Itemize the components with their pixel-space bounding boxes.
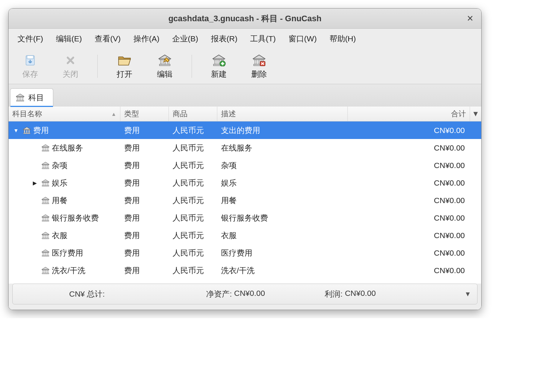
toolbar-edit-label: 编辑 bbox=[157, 69, 173, 79]
account-icon bbox=[41, 249, 50, 257]
col-menu-button[interactable]: ▼ bbox=[470, 107, 481, 121]
account-name-label: 衣服 bbox=[52, 230, 67, 241]
account-name-label: 费用 bbox=[33, 125, 49, 136]
account-icon bbox=[23, 127, 31, 134]
account-row[interactable]: 在线服务费用人民币元在线服务CN¥0.00 bbox=[9, 139, 481, 157]
account-total-cell: CN¥0.00 bbox=[348, 249, 470, 257]
delete-account-icon bbox=[252, 54, 267, 67]
toolbar-open-label: 打开 bbox=[117, 69, 132, 79]
account-total-cell: CN¥0.00 bbox=[348, 161, 470, 170]
account-commodity-cell: 人民币元 bbox=[169, 143, 217, 153]
account-name-label: 洗衣/干洗 bbox=[52, 265, 85, 276]
col-commodity[interactable]: 商品 bbox=[169, 107, 217, 121]
account-commodity-cell: 人民币元 bbox=[169, 248, 217, 258]
account-total-cell: CN¥0.00 bbox=[348, 178, 470, 187]
menu-business[interactable]: 企业(B) bbox=[166, 31, 204, 46]
account-name-cell: ▼费用 bbox=[9, 125, 120, 136]
account-commodity-cell: 人民币元 bbox=[169, 178, 217, 188]
app-window: gcashdata_3.gnucash - 科目 - GnuCash ✕ 文件(… bbox=[8, 8, 482, 310]
account-icon bbox=[41, 197, 50, 204]
titlebar: gcashdata_3.gnucash - 科目 - GnuCash ✕ bbox=[9, 9, 481, 29]
account-total-cell: CN¥0.00 bbox=[348, 231, 470, 240]
account-commodity-cell: 人民币元 bbox=[169, 265, 217, 276]
account-type-cell: 费用 bbox=[120, 248, 169, 258]
account-type-cell: 费用 bbox=[120, 160, 169, 171]
toolbar-edit-button[interactable]: 编辑 bbox=[145, 52, 185, 81]
toolbar-close-label: 关闭 bbox=[63, 69, 78, 79]
toolbar-delete-label: 删除 bbox=[251, 69, 267, 79]
account-row[interactable]: ▼费用费用人民币元支出的费用CN¥0.00 bbox=[9, 121, 481, 139]
account-type-cell: 费用 bbox=[120, 195, 169, 206]
account-name-cell: 杂项 bbox=[9, 160, 120, 171]
menu-reports[interactable]: 报表(R) bbox=[205, 31, 243, 46]
account-icon bbox=[41, 232, 50, 239]
account-row[interactable]: 衣服费用人民币元衣服CN¥0.00 bbox=[9, 227, 481, 244]
toolbar-delete-button[interactable]: 删除 bbox=[239, 52, 279, 81]
account-type-cell: 费用 bbox=[120, 125, 169, 136]
status-dropdown-button[interactable]: ▼ bbox=[458, 290, 477, 298]
status-net-assets: 净资产: CN¥0.00 bbox=[161, 289, 310, 299]
account-icon bbox=[41, 179, 50, 187]
toolbar-save-label: 保存 bbox=[22, 69, 38, 79]
account-desc-cell: 银行服务收费 bbox=[217, 213, 348, 223]
account-total-cell: CN¥0.00 bbox=[348, 126, 470, 135]
menu-file[interactable]: 文件(F) bbox=[12, 31, 49, 46]
folder-open-icon bbox=[117, 54, 132, 67]
account-commodity-cell: 人民币元 bbox=[169, 230, 217, 241]
account-name-cell: 洗衣/干洗 bbox=[9, 265, 120, 276]
account-name-cell: ▶娱乐 bbox=[9, 178, 120, 188]
col-type[interactable]: 类型 bbox=[120, 107, 169, 121]
window-title: gcashdata_3.gnucash - 科目 - GnuCash bbox=[168, 13, 322, 24]
menu-edit[interactable]: 编辑(E) bbox=[50, 31, 88, 46]
account-row[interactable]: 医疗费用费用人民币元医疗费用CN¥0.00 bbox=[9, 244, 481, 262]
expander-open-icon[interactable]: ▼ bbox=[12, 127, 21, 133]
account-row[interactable]: 洗衣/干洗费用人民币元洗衣/干洗CN¥0.00 bbox=[9, 262, 481, 279]
window-close-button[interactable]: ✕ bbox=[465, 13, 475, 24]
account-type-cell: 费用 bbox=[120, 230, 169, 241]
toolbar-new-label: 新建 bbox=[211, 69, 227, 79]
account-icon bbox=[41, 214, 50, 222]
edit-account-icon bbox=[157, 54, 172, 67]
account-name-cell: 在线服务 bbox=[9, 143, 120, 153]
account-type-cell: 费用 bbox=[120, 213, 169, 223]
account-desc-cell: 支出的费用 bbox=[217, 125, 348, 136]
menu-tools[interactable]: 工具(T) bbox=[244, 31, 282, 46]
menu-view[interactable]: 查看(V) bbox=[89, 31, 127, 46]
tree-header: 科目名称 ▲ 类型 商品 描述 合计 ▼ bbox=[9, 107, 481, 121]
menu-actions[interactable]: 操作(A) bbox=[127, 31, 166, 46]
toolbar-separator bbox=[192, 55, 192, 78]
account-icon bbox=[41, 144, 50, 152]
tab-accounts[interactable]: 科目 bbox=[10, 88, 53, 107]
account-row[interactable]: 杂项费用人民币元杂项CN¥0.00 bbox=[9, 157, 481, 174]
account-desc-cell: 洗衣/干洗 bbox=[217, 265, 348, 276]
toolbar-new-button[interactable]: 新建 bbox=[199, 52, 239, 81]
col-total[interactable]: 合计 bbox=[348, 107, 470, 121]
menu-help[interactable]: 帮助(H) bbox=[324, 31, 362, 46]
sort-asc-icon: ▲ bbox=[111, 111, 116, 117]
account-name-label: 银行服务收费 bbox=[52, 213, 99, 223]
account-row[interactable]: 银行服务收费费用人民币元银行服务收费CN¥0.00 bbox=[9, 209, 481, 227]
account-desc-cell: 衣服 bbox=[217, 230, 348, 241]
save-icon bbox=[23, 54, 38, 67]
col-account-name[interactable]: 科目名称 ▲ bbox=[9, 107, 120, 121]
status-grand-total: CN¥ 总计: bbox=[13, 289, 161, 299]
account-type-cell: 费用 bbox=[120, 178, 169, 188]
accounts-icon bbox=[16, 94, 25, 102]
account-total-cell: CN¥0.00 bbox=[348, 143, 470, 152]
account-desc-cell: 娱乐 bbox=[217, 178, 348, 188]
account-row[interactable]: ▶娱乐费用人民币元娱乐CN¥0.00 bbox=[9, 174, 481, 192]
account-desc-cell: 杂项 bbox=[217, 160, 348, 171]
toolbar-close-button: 关闭 bbox=[50, 52, 91, 81]
account-desc-cell: 用餐 bbox=[217, 195, 348, 206]
account-name-cell: 衣服 bbox=[9, 230, 120, 241]
account-tree[interactable]: ▼费用费用人民币元支出的费用CN¥0.00在线服务费用人民币元在线服务CN¥0.… bbox=[9, 121, 481, 279]
col-description[interactable]: 描述 bbox=[217, 107, 348, 121]
expander-closed-icon[interactable]: ▶ bbox=[30, 180, 39, 186]
account-commodity-cell: 人民币元 bbox=[169, 160, 217, 171]
account-row[interactable]: 用餐费用人民币元用餐CN¥0.00 bbox=[9, 192, 481, 209]
menu-window[interactable]: 窗口(W) bbox=[283, 31, 323, 46]
account-name-label: 在线服务 bbox=[52, 143, 83, 153]
account-total-cell: CN¥0.00 bbox=[348, 266, 470, 275]
toolbar-open-button[interactable]: 打开 bbox=[104, 52, 145, 81]
account-name-label: 用餐 bbox=[52, 195, 67, 206]
